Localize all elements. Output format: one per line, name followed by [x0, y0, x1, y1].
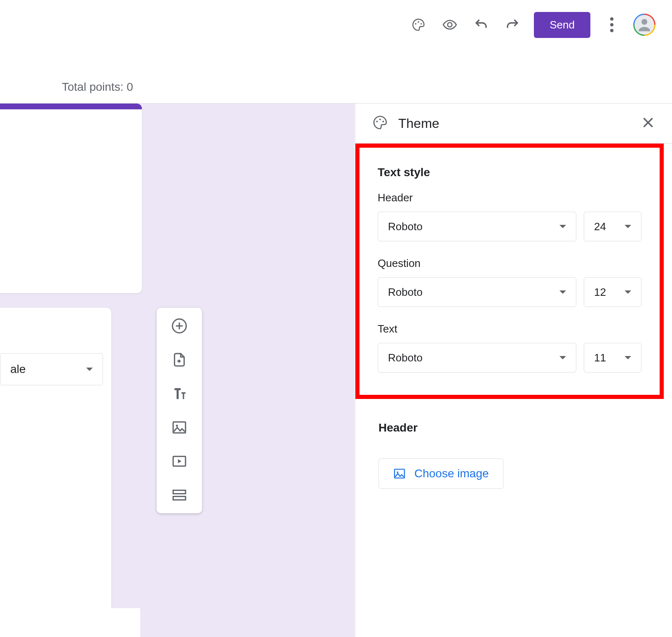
text-font-value: Roboto [388, 352, 423, 364]
question-font-select[interactable]: Roboto [378, 277, 576, 307]
theme-panel: Theme Text style Header Roboto 24 Ques [355, 104, 672, 637]
customize-theme-icon[interactable] [409, 15, 428, 35]
total-points-label: Total points: 0 [62, 80, 133, 94]
preview-icon[interactable] [440, 15, 460, 35]
question-size-value: 12 [594, 286, 606, 299]
header-size-value: 24 [594, 220, 606, 233]
text-size-value: 11 [594, 352, 606, 364]
text-font-label: Text [378, 323, 641, 335]
close-button[interactable] [641, 115, 656, 132]
svg-point-7 [176, 425, 178, 427]
form-canvas: ale [0, 104, 355, 637]
more-options-button[interactable] [602, 15, 622, 35]
question-type-select[interactable]: ale [0, 353, 103, 385]
text-font-group: Text Roboto 11 [378, 323, 641, 373]
add-video-button[interactable] [170, 452, 188, 470]
add-image-button[interactable] [170, 418, 188, 436]
import-questions-button[interactable] [170, 351, 188, 369]
svg-rect-9 [173, 490, 186, 493]
svg-point-3 [448, 23, 452, 27]
header-font-value: Roboto [388, 220, 423, 233]
chevron-down-icon [86, 368, 93, 371]
question-font-label: Question [378, 257, 641, 270]
floating-toolbar [157, 308, 202, 513]
question-card[interactable]: ale [0, 308, 111, 637]
chevron-down-icon [559, 225, 566, 228]
question-size-select[interactable]: 12 [584, 277, 641, 307]
image-icon [393, 467, 406, 480]
question-font-group: Question Roboto 12 [378, 257, 641, 307]
header-image-section: Header Choose image [355, 399, 672, 489]
canvas-bottom-edge [0, 608, 140, 637]
chevron-down-icon [625, 290, 631, 294]
add-question-button[interactable] [170, 317, 188, 335]
undo-icon[interactable] [471, 15, 491, 35]
header-font-label: Header [378, 191, 641, 204]
svg-point-13 [383, 121, 384, 123]
form-header-card[interactable] [0, 104, 142, 293]
text-style-title: Text style [378, 166, 641, 179]
header-font-select[interactable]: Roboto [378, 212, 576, 241]
svg-point-1 [418, 21, 419, 23]
add-title-button[interactable] [170, 385, 188, 403]
svg-rect-6 [173, 422, 186, 433]
question-type-value: ale [10, 363, 26, 376]
theme-panel-header: Theme [355, 104, 672, 143]
svg-point-15 [397, 472, 398, 473]
account-avatar[interactable] [633, 14, 656, 36]
add-section-button[interactable] [170, 486, 188, 504]
choose-image-button[interactable]: Choose image [378, 458, 503, 489]
svg-point-12 [379, 119, 381, 120]
redo-icon[interactable] [503, 15, 522, 35]
palette-icon [372, 114, 388, 132]
chevron-down-icon [625, 356, 631, 359]
header-image-title: Header [378, 421, 649, 434]
header-size-select[interactable]: 24 [584, 212, 641, 241]
text-size-select[interactable]: 11 [584, 343, 641, 373]
theme-panel-title: Theme [398, 116, 631, 131]
svg-point-4 [641, 19, 647, 25]
svg-point-2 [421, 23, 422, 25]
chevron-down-icon [625, 225, 631, 228]
kebab-icon [610, 17, 613, 32]
send-button[interactable]: Send [534, 12, 590, 38]
svg-point-0 [415, 23, 417, 25]
question-font-value: Roboto [388, 286, 423, 299]
svg-rect-14 [395, 469, 404, 478]
choose-image-label: Choose image [414, 467, 489, 480]
svg-point-11 [376, 121, 378, 123]
header-font-group: Header Roboto 24 [378, 191, 641, 241]
chevron-down-icon [559, 290, 566, 294]
svg-rect-10 [173, 496, 186, 500]
top-toolbar: Send [409, 8, 656, 41]
text-style-section-highlight: Text style Header Roboto 24 Question Rob… [355, 144, 664, 399]
text-font-select[interactable]: Roboto [378, 343, 576, 373]
chevron-down-icon [559, 356, 566, 359]
